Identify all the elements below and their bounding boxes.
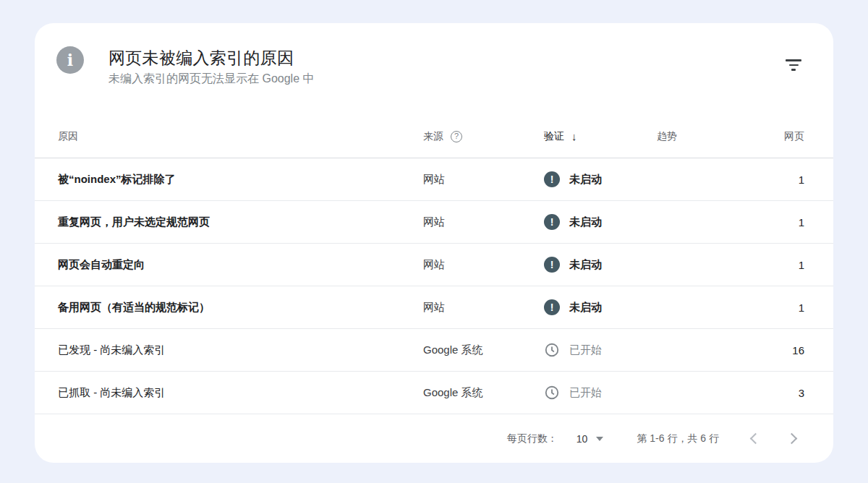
column-header-reason-label: 原因 (58, 130, 78, 143)
reason-cell[interactable]: 已抓取 - 尚未编入索引 (58, 386, 423, 400)
not-started-exclamation-icon: ! (544, 214, 560, 230)
column-header-source[interactable]: 来源 ? (423, 130, 544, 143)
column-header-pages-label: 网页 (784, 130, 804, 143)
not-started-exclamation-icon: ! (544, 171, 560, 187)
source-cell: 网站 (423, 301, 544, 315)
info-icon-glyph: i (67, 51, 73, 69)
source-cell: 网站 (423, 215, 544, 229)
rows-per-page-value: 10 (576, 433, 588, 445)
page-subtitle: 未编入索引的网页无法显示在 Google 中 (109, 72, 314, 87)
validation-status-label: 未启动 (569, 301, 602, 315)
page-title: 网页未被编入索引的原因 (109, 46, 314, 69)
table-header-row: 原因 来源 ? 验证 ↓ 趋势 网页 (35, 115, 833, 158)
started-clock-icon (544, 385, 560, 401)
validation-status-label: 未启动 (569, 215, 602, 229)
filter-bar-top (786, 59, 801, 61)
reason-cell[interactable]: 备用网页（有适当的规范标记） (58, 301, 423, 315)
pages-count: 1 (744, 302, 804, 314)
validation-cell: ! 未启动 (544, 257, 657, 273)
reason-cell[interactable]: 重复网页，用户未选定规范网页 (58, 215, 423, 229)
rows-per-page-select[interactable]: 10 (576, 433, 604, 445)
column-header-pages[interactable]: 网页 (744, 130, 804, 143)
column-header-source-label: 来源 (423, 130, 443, 143)
validation-status-label: 未启动 (569, 258, 602, 272)
next-page-button[interactable] (784, 430, 801, 448)
table-row[interactable]: 备用网页（有适当的规范标记） 网站 ! 未启动 1 (35, 286, 833, 329)
filter-bar-middle (789, 64, 799, 67)
pagination-range: 第 1-6 行，共 6 行 (637, 432, 719, 445)
pages-count: 1 (744, 216, 804, 228)
source-cell: Google 系统 (423, 343, 544, 357)
card-header: i 网页未被编入索引的原因 未编入索引的网页无法显示在 Google 中 (35, 23, 833, 88)
help-icon[interactable]: ? (451, 131, 462, 142)
dropdown-arrow-icon (596, 437, 603, 441)
source-cell: 网站 (423, 173, 544, 187)
source-cell: Google 系统 (423, 386, 544, 400)
table-row[interactable]: 已发现 - 尚未编入索引 Google 系统 ! 已开始 16 (35, 329, 833, 372)
column-header-trend-label: 趋势 (657, 130, 677, 143)
validation-cell: ! 未启动 (544, 299, 657, 315)
filter-bar-bottom (791, 69, 796, 71)
rows-per-page-label: 每页行数： (507, 432, 558, 445)
reason-cell[interactable]: 被“noindex”标记排除了 (58, 173, 423, 187)
info-icon: i (56, 46, 84, 74)
table-body: 被“noindex”标记排除了 网站 ! 未启动 1 重复网页，用户未选定规范网… (35, 158, 833, 414)
validation-cell: ! 已开始 (544, 385, 657, 401)
pages-count: 3 (744, 387, 804, 399)
pages-count: 16 (744, 344, 804, 356)
table-row[interactable]: 网页会自动重定向 网站 ! 未启动 1 (35, 244, 833, 286)
reason-cell[interactable]: 网页会自动重定向 (58, 258, 423, 272)
table-row[interactable]: 重复网页，用户未选定规范网页 网站 ! 未启动 1 (35, 201, 833, 244)
table-row[interactable]: 已抓取 - 尚未编入索引 Google 系统 ! 已开始 3 (35, 372, 833, 414)
validation-status-label: 已开始 (569, 386, 602, 400)
validation-cell: ! 未启动 (544, 214, 657, 230)
not-started-exclamation-icon: ! (544, 299, 560, 315)
previous-page-button[interactable] (745, 430, 762, 448)
sort-descending-icon: ↓ (571, 130, 577, 142)
column-header-reason[interactable]: 原因 (58, 130, 423, 143)
filter-icon[interactable] (783, 55, 804, 75)
pages-count: 1 (744, 174, 804, 186)
table-row[interactable]: 被“noindex”标记排除了 网站 ! 未启动 1 (35, 158, 833, 201)
column-header-validation-label: 验证 (544, 130, 564, 143)
column-header-trend[interactable]: 趋势 (657, 130, 744, 143)
started-clock-icon (544, 342, 560, 358)
validation-cell: ! 未启动 (544, 171, 657, 187)
header-text: 网页未被编入索引的原因 未编入索引的网页无法显示在 Google 中 (109, 46, 314, 87)
reason-cell[interactable]: 已发现 - 尚未编入索引 (58, 343, 423, 357)
unindexed-reasons-card: i 网页未被编入索引的原因 未编入索引的网页无法显示在 Google 中 原因 … (35, 23, 833, 463)
help-icon-glyph: ? (454, 132, 459, 141)
validation-status-label: 已开始 (569, 343, 602, 357)
pages-count: 1 (744, 259, 804, 271)
pagination-bar: 每页行数： 10 第 1-6 行，共 6 行 (35, 414, 833, 463)
source-cell: 网站 (423, 258, 544, 272)
validation-cell: ! 已开始 (544, 342, 657, 358)
column-header-validation[interactable]: 验证 ↓ (544, 130, 657, 143)
validation-status-label: 未启动 (569, 173, 602, 187)
not-started-exclamation-icon: ! (544, 257, 560, 273)
